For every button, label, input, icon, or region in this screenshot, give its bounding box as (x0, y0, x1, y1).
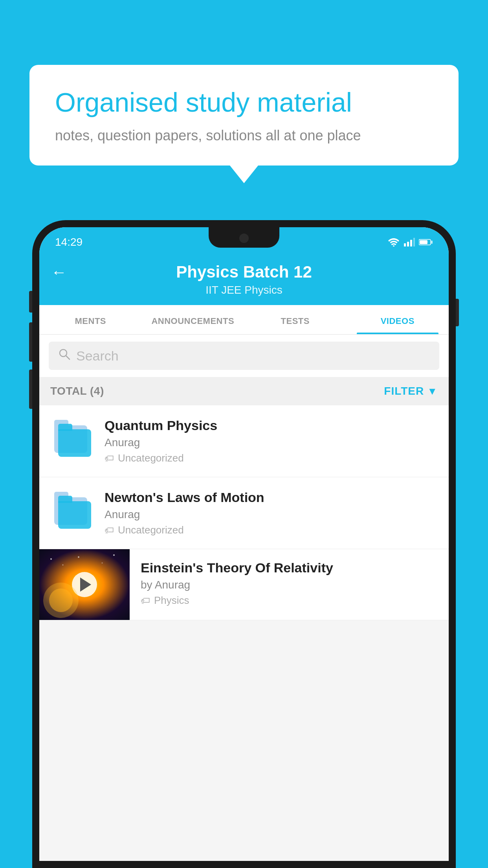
list-item[interactable]: Newton's Laws of Motion Anurag 🏷 Uncateg… (39, 477, 449, 549)
tag-label-3: Physics (154, 594, 189, 607)
svg-point-11 (62, 565, 64, 566)
tag-icon-2: 🏷 (105, 525, 114, 536)
header-top: ← Physics Batch 12 (51, 263, 437, 281)
svg-point-0 (393, 245, 394, 246)
tag-icon-3: 🏷 (141, 595, 150, 606)
folder-front (58, 429, 91, 457)
app-header: ← Physics Batch 12 IIT JEE Physics (39, 254, 449, 305)
phone-mockup: 14:29 (32, 220, 456, 868)
list-item[interactable]: Quantum Physics Anurag 🏷 Uncategorized (39, 405, 449, 477)
volume-up-button (29, 291, 32, 313)
svg-point-13 (102, 563, 103, 564)
video-author-1: Anurag (105, 436, 438, 449)
tag-icon-1: 🏷 (105, 453, 114, 464)
svg-rect-6 (431, 241, 433, 244)
list-meta-row: TOTAL (4) FILTER ▼ (39, 377, 449, 405)
header-title: Physics Batch 12 (176, 263, 312, 281)
folder-thumbnail-1 (50, 419, 94, 463)
power-button (456, 299, 459, 326)
video-author-2: Anurag (105, 508, 438, 521)
status-icons (387, 238, 433, 246)
tab-ments[interactable]: MENTS (39, 305, 142, 334)
bubble-subtitle: notes, question papers, solutions all at… (55, 127, 433, 144)
svg-point-12 (78, 556, 79, 558)
bubble-title: Organised study material (55, 86, 433, 119)
svg-line-9 (66, 356, 70, 359)
svg-rect-7 (420, 240, 427, 244)
video-info-1: Quantum Physics Anurag 🏷 Uncategorized (105, 418, 438, 464)
battery-icon (419, 239, 433, 246)
svg-point-14 (113, 554, 115, 556)
tab-videos[interactable]: VIDEOS (347, 305, 449, 334)
header-subtitle: IIT JEE Physics (205, 284, 283, 296)
video-thumbnail-einstein (39, 549, 130, 620)
phone-outer: 14:29 (32, 220, 456, 868)
video-author-3: by Anurag (141, 579, 438, 591)
search-icon (58, 348, 71, 364)
stars-bg (39, 549, 130, 620)
video-info-3: Einstein's Theory Of Relativity by Anura… (130, 549, 449, 618)
tag-label-1: Uncategorized (118, 452, 184, 464)
volume-down-button (29, 322, 32, 362)
video-title-1: Quantum Physics (105, 418, 438, 433)
signal-icon (404, 238, 415, 246)
silent-button (29, 370, 32, 409)
video-tag-row-2: 🏷 Uncategorized (105, 524, 438, 536)
video-info-2: Newton's Laws of Motion Anurag 🏷 Uncateg… (105, 490, 438, 536)
tabs-bar: MENTS ANNOUNCEMENTS TESTS VIDEOS (39, 305, 449, 335)
svg-point-16 (49, 588, 73, 612)
tab-tests[interactable]: TESTS (244, 305, 347, 334)
svg-rect-1 (404, 243, 406, 246)
status-time: 14:29 (55, 236, 83, 248)
total-count: TOTAL (4) (50, 385, 104, 397)
back-button[interactable]: ← (51, 263, 67, 281)
filter-icon: ▼ (427, 385, 438, 397)
search-bar-wrap: Search (39, 335, 449, 377)
svg-rect-2 (407, 242, 409, 246)
search-placeholder: Search (76, 348, 119, 364)
video-list: Quantum Physics Anurag 🏷 Uncategorized (39, 405, 449, 620)
filter-button[interactable]: FILTER ▼ (384, 385, 438, 397)
promo-card: Organised study material notes, question… (29, 65, 459, 166)
svg-rect-4 (413, 238, 415, 246)
folder-thumbnail-2 (50, 491, 94, 535)
video-tag-row-3: 🏷 Physics (141, 594, 438, 607)
folder-icon (54, 497, 90, 529)
tag-label-2: Uncategorized (118, 524, 184, 536)
svg-point-10 (50, 558, 52, 560)
front-camera (239, 234, 249, 243)
folder-front (58, 501, 91, 529)
wifi-icon (387, 238, 400, 246)
speech-bubble: Organised study material notes, question… (29, 65, 459, 166)
list-item[interactable]: Einstein's Theory Of Relativity by Anura… (39, 549, 449, 620)
video-title-3: Einstein's Theory Of Relativity (141, 560, 438, 576)
phone-screen: 14:29 (39, 227, 449, 861)
svg-rect-3 (410, 240, 412, 246)
tab-announcements[interactable]: ANNOUNCEMENTS (142, 305, 244, 334)
video-title-2: Newton's Laws of Motion (105, 490, 438, 505)
video-tag-row-1: 🏷 Uncategorized (105, 452, 438, 464)
search-bar[interactable]: Search (49, 342, 439, 370)
folder-icon (54, 425, 90, 457)
phone-notch (209, 227, 279, 248)
